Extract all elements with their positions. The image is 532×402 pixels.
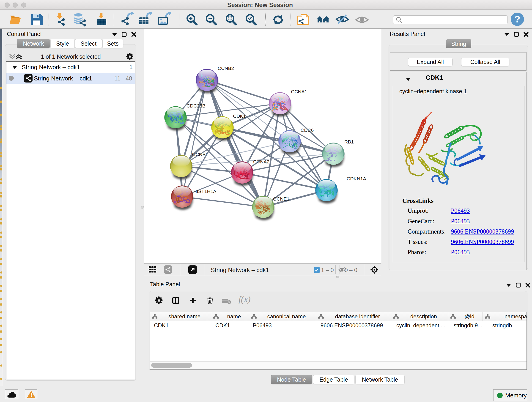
svg-text:CCNA2: CCNA2 — [253, 159, 269, 164]
svg-text:RB1: RB1 — [344, 139, 354, 144]
svg-text:CDC25B: CDC25B — [186, 103, 206, 108]
svg-text:CDK1: CDK1 — [233, 114, 246, 119]
svg-text:HIST1H1A: HIST1H1A — [193, 189, 216, 194]
svg-text:CCNB2: CCNB2 — [218, 65, 234, 71]
svg-text:CDKN1A: CDKN1A — [347, 176, 366, 181]
svg-text:CCNA1: CCNA1 — [291, 89, 307, 94]
svg-text:CDC6: CDC6 — [301, 128, 314, 133]
svg-text:CCNB1: CCNB1 — [192, 152, 208, 157]
svg-text:CCNE1: CCNE1 — [273, 196, 289, 201]
